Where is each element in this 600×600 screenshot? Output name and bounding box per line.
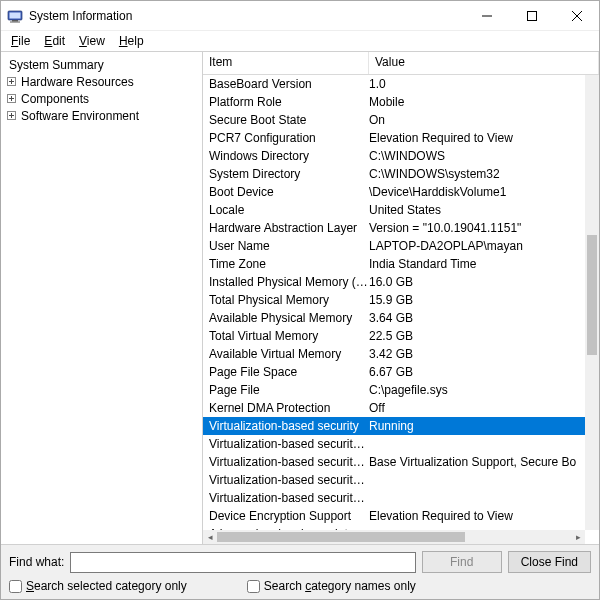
tree-item[interactable]: Components — [3, 90, 202, 107]
scroll-left-icon[interactable]: ◂ — [203, 530, 217, 544]
cell-value: C:\pagefile.sys — [369, 383, 585, 397]
scroll-right-icon[interactable]: ▸ — [571, 530, 585, 544]
table-row[interactable]: Available Virtual Memory3.42 GB — [203, 345, 585, 363]
cell-value: 1.0 — [369, 77, 585, 91]
horizontal-scroll-thumb[interactable] — [217, 532, 465, 542]
table-row[interactable]: Secure Boot StateOn — [203, 111, 585, 129]
vertical-scrollbar[interactable] — [585, 75, 599, 530]
table-row[interactable]: Boot Device\Device\HarddiskVolume1 — [203, 183, 585, 201]
tree-item[interactable]: Software Environment — [3, 107, 202, 124]
cell-item: Hardware Abstraction Layer — [203, 221, 369, 235]
table-row[interactable]: Time ZoneIndia Standard Time — [203, 255, 585, 273]
column-header-item[interactable]: Item — [203, 52, 369, 74]
cell-value: 6.67 GB — [369, 365, 585, 379]
find-input[interactable] — [70, 552, 415, 573]
cell-item: Secure Boot State — [203, 113, 369, 127]
table-row[interactable]: Virtualization-based security Ser... — [203, 489, 585, 507]
list-body[interactable]: BaseBoard Version1.0Platform RoleMobileS… — [203, 75, 599, 544]
table-row[interactable]: Virtualization-based security Ser... — [203, 471, 585, 489]
cell-value: 3.42 GB — [369, 347, 585, 361]
table-row[interactable]: User NameLAPTOP-DA2OPLAP\mayan — [203, 237, 585, 255]
cell-value: Running — [369, 419, 585, 433]
maximize-button[interactable] — [509, 1, 554, 31]
table-row[interactable]: Total Physical Memory15.9 GB — [203, 291, 585, 309]
search-selected-only-box[interactable] — [9, 580, 22, 593]
cell-value: India Standard Time — [369, 257, 585, 271]
table-row[interactable]: LocaleUnited States — [203, 201, 585, 219]
minimize-button[interactable] — [464, 1, 509, 31]
cell-value: 15.9 GB — [369, 293, 585, 307]
close-button[interactable] — [554, 1, 599, 31]
menu-bar: File Edit View Help — [1, 31, 599, 51]
cell-item: Locale — [203, 203, 369, 217]
table-row[interactable]: Hardware Abstraction LayerVersion = "10.… — [203, 219, 585, 237]
expand-icon[interactable] — [5, 110, 17, 122]
cell-item: BaseBoard Version — [203, 77, 369, 91]
cell-value: Elevation Required to View — [369, 509, 585, 523]
cell-value: C:\WINDOWS — [369, 149, 585, 163]
cell-value: 3.64 GB — [369, 311, 585, 325]
title-bar: System Information — [1, 1, 599, 31]
tree-item[interactable]: Hardware Resources — [3, 73, 202, 90]
svg-rect-4 — [527, 11, 536, 20]
horizontal-scrollbar[interactable]: ◂ ▸ — [203, 530, 585, 544]
table-row[interactable]: Total Virtual Memory22.5 GB — [203, 327, 585, 345]
table-row[interactable]: Kernel DMA ProtectionOff — [203, 399, 585, 417]
table-row[interactable]: Page File Space6.67 GB — [203, 363, 585, 381]
table-row[interactable]: Windows DirectoryC:\WINDOWS — [203, 147, 585, 165]
cell-item: Boot Device — [203, 185, 369, 199]
expand-icon[interactable] — [5, 76, 17, 88]
tree-item-label: Software Environment — [19, 109, 141, 123]
svg-rect-3 — [10, 21, 20, 22]
close-find-button[interactable]: Close Find — [508, 551, 591, 573]
menu-view[interactable]: View — [73, 33, 111, 49]
table-row[interactable]: Platform RoleMobile — [203, 93, 585, 111]
column-header-value[interactable]: Value — [369, 52, 599, 74]
cell-item: Available Physical Memory — [203, 311, 369, 325]
table-row[interactable]: Available Physical Memory3.64 GB — [203, 309, 585, 327]
tree-item-label: Hardware Resources — [19, 75, 136, 89]
table-row[interactable]: Installed Physical Memory (RAM)16.0 GB — [203, 273, 585, 291]
tree-root[interactable]: System Summary — [3, 56, 202, 73]
menu-file[interactable]: File — [5, 33, 36, 49]
cell-item: Device Encryption Support — [203, 509, 369, 523]
table-row[interactable]: BaseBoard Version1.0 — [203, 75, 585, 93]
table-row[interactable]: Virtualization-based security Req... — [203, 435, 585, 453]
cell-item: Virtualization-based security — [203, 419, 369, 433]
cell-item: Platform Role — [203, 95, 369, 109]
search-category-names-only-box[interactable] — [247, 580, 260, 593]
table-row[interactable]: System DirectoryC:\WINDOWS\system32 — [203, 165, 585, 183]
expand-icon[interactable] — [5, 93, 17, 105]
cell-item: Virtualization-based security Ser... — [203, 473, 369, 487]
table-row[interactable]: Page FileC:\pagefile.sys — [203, 381, 585, 399]
cell-item: Time Zone — [203, 257, 369, 271]
table-row[interactable]: PCR7 ConfigurationElevation Required to … — [203, 129, 585, 147]
table-row[interactable]: Device Encryption SupportElevation Requi… — [203, 507, 585, 525]
search-selected-only-checkbox[interactable]: Search selected category only — [9, 579, 187, 593]
table-row[interactable]: Virtualization-based security Ava...Base… — [203, 453, 585, 471]
menu-edit[interactable]: Edit — [38, 33, 71, 49]
cell-item: Installed Physical Memory (RAM) — [203, 275, 369, 289]
search-panel: Find what: Find Close Find Search select… — [1, 545, 599, 599]
cell-item: Kernel DMA Protection — [203, 401, 369, 415]
cell-value: LAPTOP-DA2OPLAP\mayan — [369, 239, 585, 253]
cell-item: PCR7 Configuration — [203, 131, 369, 145]
cell-value: \Device\HarddiskVolume1 — [369, 185, 585, 199]
cell-item: Virtualization-based security Ser... — [203, 491, 369, 505]
app-icon — [7, 8, 23, 24]
window-title: System Information — [29, 9, 132, 23]
cell-value: 16.0 GB — [369, 275, 585, 289]
find-button[interactable]: Find — [422, 551, 502, 573]
vertical-scroll-thumb[interactable] — [587, 235, 597, 355]
category-tree[interactable]: System Summary Hardware ResourcesCompone… — [1, 52, 203, 544]
cell-value: Base Virtualization Support, Secure Bo — [369, 455, 585, 469]
tree-item-label: Components — [19, 92, 91, 106]
cell-item: Page File Space — [203, 365, 369, 379]
search-category-names-only-checkbox[interactable]: Search category names only — [247, 579, 416, 593]
cell-item: Total Physical Memory — [203, 293, 369, 307]
cell-item: Virtualization-based security Ava... — [203, 455, 369, 469]
menu-help[interactable]: Help — [113, 33, 150, 49]
cell-value: On — [369, 113, 585, 127]
cell-item: System Directory — [203, 167, 369, 181]
table-row[interactable]: Virtualization-based securityRunning — [203, 417, 585, 435]
